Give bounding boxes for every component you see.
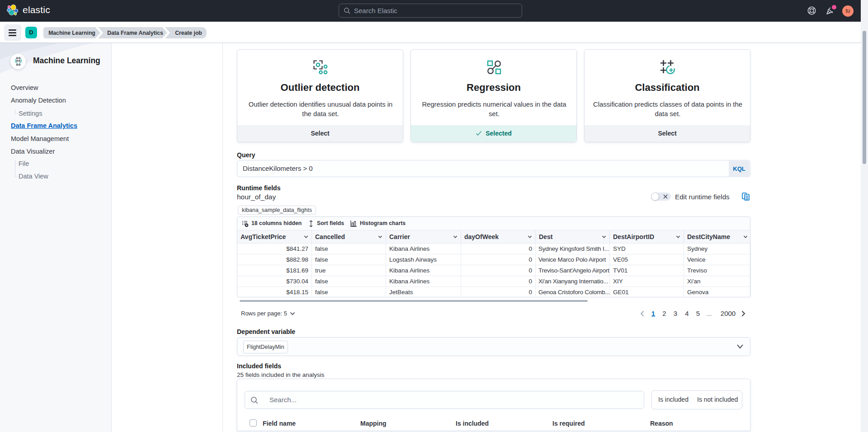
svg-text:Data Frame Analytics: Data Frame Analytics [107, 30, 163, 36]
svg-text:Create job: Create job [175, 30, 202, 36]
svg-text:Machine Learning: Machine Learning [48, 30, 95, 36]
